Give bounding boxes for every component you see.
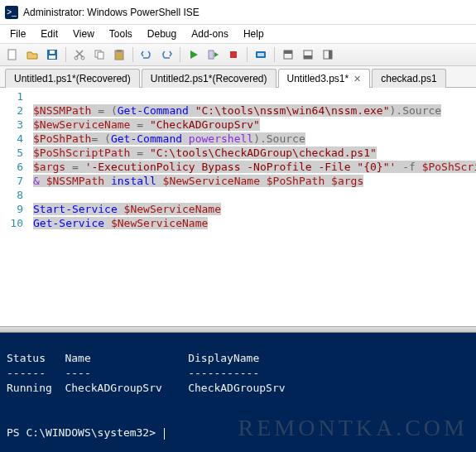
menu-tools[interactable]: Tools	[103, 26, 139, 41]
tab-label: Untitled1.ps1*(Recovered)	[14, 73, 131, 84]
svg-rect-13	[257, 53, 264, 56]
tab-untitled2[interactable]: Untitled2.ps1*(Recovered)	[142, 69, 276, 88]
tab-label: checkad.ps1	[381, 73, 436, 84]
run-selection-icon[interactable]	[204, 46, 223, 64]
save-icon[interactable]	[43, 46, 61, 64]
cut-icon[interactable]	[70, 46, 89, 64]
svg-rect-9	[117, 50, 122, 52]
tab-untitled1[interactable]: Untitled1.ps1*(Recovered)	[5, 69, 140, 88]
svg-rect-10	[209, 50, 214, 59]
svg-rect-19	[329, 50, 332, 59]
layout-c-icon[interactable]	[319, 46, 337, 64]
paste-icon[interactable]	[110, 46, 128, 64]
open-icon[interactable]	[23, 46, 41, 64]
console-header: Status Name DisplayName	[7, 352, 259, 364]
svg-rect-2	[49, 55, 55, 59]
tab-strip: Untitled1.ps1*(Recovered) Untitled2.ps1*…	[0, 66, 476, 88]
toolbar	[0, 43, 476, 66]
separator	[274, 47, 275, 62]
console-prompt[interactable]: PS C:\WINDOWS\system32>	[7, 426, 165, 439]
svg-rect-17	[304, 55, 312, 59]
watermark: REMONTKA.COM	[238, 421, 468, 435]
line-gutter: 12345678910	[0, 88, 30, 326]
console-row: Running CheckADGroupSrv CheckADGroupSrv	[7, 382, 286, 394]
menu-view[interactable]: View	[66, 26, 101, 41]
menu-edit[interactable]: Edit	[34, 26, 65, 41]
svg-rect-0	[8, 50, 16, 60]
new-remote-icon[interactable]	[252, 46, 270, 64]
menu-file[interactable]: File	[3, 26, 32, 41]
tab-checkad[interactable]: checkad.ps1	[372, 69, 445, 88]
code-area[interactable]: $NSSMPath = (Get-Command "C:\tools\nssm\…	[30, 88, 476, 326]
copy-icon[interactable]	[90, 46, 108, 64]
redo-icon[interactable]	[157, 46, 175, 64]
menu-addons[interactable]: Add-ons	[185, 26, 235, 41]
close-icon[interactable]: ✕	[353, 74, 361, 84]
separator	[132, 47, 133, 62]
tab-label: Untitled3.ps1*	[287, 73, 349, 84]
window-titlebar: >_ Administrator: Windows PowerShell ISE	[0, 0, 476, 25]
pane-splitter[interactable]	[0, 326, 476, 333]
separator	[180, 47, 180, 62]
svg-rect-11	[230, 51, 237, 58]
menubar: File Edit View Tools Debug Add-ons Help	[0, 25, 476, 43]
menu-debug[interactable]: Debug	[141, 26, 183, 41]
window-title: Administrator: Windows PowerShell ISE	[23, 7, 200, 18]
menu-help[interactable]: Help	[237, 26, 271, 41]
console-pane[interactable]: Status Name DisplayName ------ ---- ----…	[0, 333, 476, 452]
console-divider: ------ ---- -----------	[7, 367, 259, 379]
undo-icon[interactable]	[137, 46, 156, 64]
stop-icon[interactable]	[224, 46, 243, 64]
separator	[65, 47, 66, 62]
svg-rect-3	[50, 50, 55, 54]
layout-a-icon[interactable]	[279, 46, 297, 64]
tab-label: Untitled2.ps1*(Recovered)	[151, 73, 267, 84]
tab-untitled3[interactable]: Untitled3.ps1*✕	[278, 69, 371, 88]
layout-b-icon[interactable]	[299, 46, 317, 64]
svg-rect-15	[284, 50, 292, 54]
app-icon: >_	[5, 6, 18, 19]
new-icon[interactable]	[3, 46, 22, 64]
svg-rect-7	[98, 52, 103, 59]
separator	[247, 47, 248, 62]
run-icon[interactable]	[185, 46, 203, 64]
code-editor[interactable]: 12345678910 $NSSMPath = (Get-Command "C:…	[0, 88, 476, 326]
